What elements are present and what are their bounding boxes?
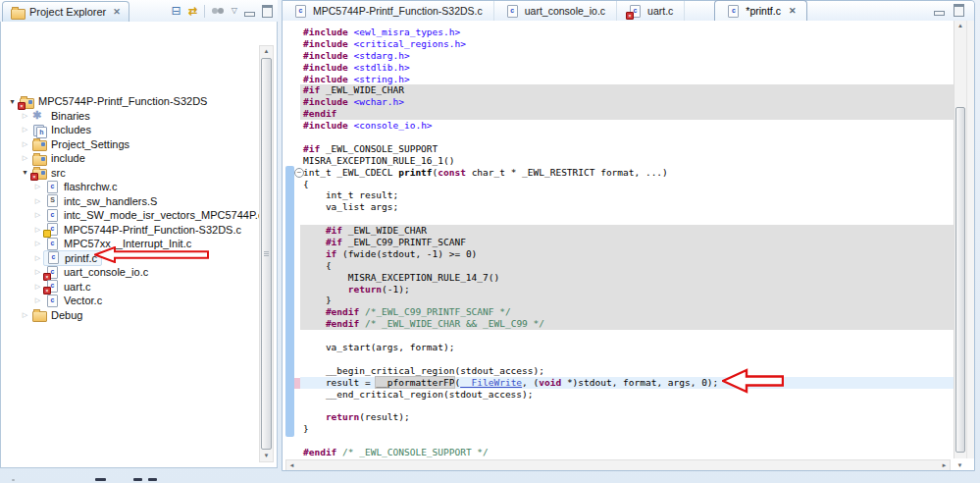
code-line: #endif /* _EWL_CONSOLE_SUPPORT */ [300,447,954,458]
code-line: int_t _EWL_CDECL printf(const char_t * _… [300,167,954,179]
tree-item-Project_Settings[interactable]: ▷Project_Settings [1,137,261,152]
editor-window-buttons [934,4,974,21]
expand-arrow-icon[interactable]: ▷ [20,126,30,134]
maximize-icon[interactable] [262,5,273,18]
tree-item-content: ×src [30,166,70,180]
editor-horizontal-scrollbar[interactable]: ◄ ► [285,459,951,470]
minimize-icon[interactable] [934,11,945,16]
tree-item-printf.c[interactable]: ▷cprintf.c [1,251,261,266]
c-file-icon: c [45,209,60,222]
collapse-arrow-icon[interactable]: ▾ [7,97,18,106]
code-line: va_start(args, format); [300,342,954,353]
code-line [300,435,954,447]
scroll-up-icon[interactable]: ▲ [260,46,273,57]
tab-uart_console_io.c[interactable]: cuart_console_io.c [494,1,617,21]
minimize-icon[interactable] [244,12,255,17]
overview-ruler[interactable] [966,21,974,458]
expand-arrow-icon[interactable]: ▷ [32,226,43,234]
code-line: __end_critical_region(stdout_access); [300,389,954,401]
tree-item-MPC5744P-Printf_Function-S32DS.c[interactable]: ▷cMPC5744P-Printf_Function-S32DS.c [1,223,261,238]
code-editor[interactable]: − #include <ewl_misra_types.h>#include <… [283,21,974,470]
tree-item-src[interactable]: ▾×src [1,166,261,181]
code-line [300,213,954,225]
focus-on-active-task-icon[interactable] [212,6,225,16]
tab-project-explorer[interactable]: Project Explorer ✕ [2,1,129,22]
folder-dec-icon [32,152,47,165]
expand-arrow-icon[interactable]: ▷ [32,197,43,205]
editor-panel: cMPC5744P-Printf_Function-S32DS.ccuart_c… [282,0,975,471]
scrollbar-thumb[interactable] [955,107,965,453]
code-line: #include <critical_regions.h> [300,38,954,50]
tree-item-Debug[interactable]: ▷Debug [1,308,261,323]
editor-tab-bar: cMPC5744P-Printf_Function-S32DS.ccuart_c… [283,1,974,22]
expand-arrow-icon[interactable]: ▷ [32,254,43,262]
link-with-editor-icon[interactable]: ⇄ [188,4,197,18]
scroll-left-icon[interactable]: ◄ [286,460,297,470]
occurrence-highlight: __pformatterFP [376,377,454,388]
code-line: { [300,260,954,272]
project-explorer-header: Project Explorer ✕ ⊟⇄▽ [0,0,278,23]
code-line: #if _EWL_WIDE_CHAR [300,225,954,237]
tree-item-label: flashrchw.c [64,181,117,192]
tree-item-label: printf.c [65,252,97,264]
tree-item-label: src [51,167,66,179]
expand-arrow-icon[interactable]: ▷ [32,296,43,304]
collapse-arrow-icon[interactable]: ▾ [20,168,30,177]
tab-MPC5744P-Printf_Function-S32DS.c[interactable]: cMPC5744P-Printf_Function-S32DS.c [283,1,494,21]
expand-arrow-icon[interactable]: ▷ [32,268,43,276]
tree-item-flashrchw.c[interactable]: ▷cflashrchw.c [1,180,261,194]
expand-arrow-icon[interactable]: ▷ [32,283,43,291]
code-line: #if _EWL_WIDE_CHAR [300,84,954,96]
maximize-icon[interactable] [954,4,964,17]
tree-item-content: Project_Settings [30,137,133,151]
project-explorer-tree-area[interactable]: ▾×MPC5744P-Printf_Function-S32DS▷✱Binari… [0,22,278,468]
scroll-right-icon[interactable]: ► [939,460,950,470]
expand-arrow-icon[interactable]: ▷ [20,112,30,120]
tree-item-include[interactable]: ▷include [1,151,261,166]
tree-item-Binaries[interactable]: ▷✱Binaries [1,109,261,124]
code-line: #endif [300,108,954,120]
code-line: { [300,179,954,190]
expand-arrow-icon[interactable]: ▷ [32,211,43,219]
view-menu-icon[interactable]: ▽ [232,4,237,18]
scroll-down-icon[interactable]: ▼ [954,459,966,470]
project-explorer-scrollbar[interactable]: ▲ ▼ [259,45,274,462]
tree-item-label: Vector.c [64,295,102,306]
expand-arrow-icon[interactable]: ▷ [20,140,30,148]
tab-printf.c[interactable]: c*printf.c✕ [714,0,807,21]
tree-item-intc_sw_handlers.S[interactable]: ▷Sintc_sw_handlers.S [1,194,261,209]
close-tab-icon[interactable]: ✕ [789,6,797,16]
expand-arrow-icon[interactable]: ▷ [32,240,43,247]
tab-label: uart.c [647,5,673,17]
project-folder-icon: × [20,95,34,108]
scroll-down-icon[interactable]: ▼ [260,451,273,461]
error-badge-icon: × [30,173,38,181]
tree-item-Includes[interactable]: ▷hIncludes [1,123,261,137]
code-line: return(-1); [300,284,954,295]
close-view-icon[interactable]: ✕ [113,7,121,17]
code-line: #include <stdarg.h> [300,50,954,62]
code-line: __begin_critical_region(stdout_access); [300,365,954,377]
c-file-icon: c [293,5,308,18]
error-badge-icon: × [18,102,26,110]
expand-arrow-icon[interactable]: ▷ [32,183,43,190]
tree-item-label: include [51,152,85,164]
collapse-all-icon[interactable]: ⊟ [172,4,181,18]
expand-arrow-icon[interactable]: ▷ [20,311,30,319]
project-explorer-toolbar: ⊟⇄▽ [172,3,273,19]
tree-item-uart.c[interactable]: ▷c×uart.c [1,280,261,295]
tree-item-MPC57xx__Interrupt_Init.c[interactable]: ▷cMPC57xx__Interrupt_Init.c [1,237,261,251]
tree-item-Vector.c[interactable]: ▷cVector.c [1,294,261,308]
c-file-icon: c [45,181,60,193]
tree-item-MPC5744P-Printf_Function-S32DS[interactable]: ▾×MPC5744P-Printf_Function-S32DS [1,94,261,109]
tree-item-content: cVector.c [43,294,106,307]
c-file-icon: c× [45,266,60,279]
tree-item-intc_SW_mode_isr_vectors_MPC5744P.c[interactable]: ▷cintc_SW_mode_isr_vectors_MPC5744P.c [1,208,261,223]
editor-vertical-scrollbar[interactable]: ▲ [954,21,966,458]
tab-uart.c[interactable]: c×uart.c [617,1,685,21]
expand-arrow-icon[interactable]: ▷ [20,154,30,162]
scroll-up-icon[interactable]: ▲ [954,21,966,31]
tree-item-uart_console_io.c[interactable]: ▷c×uart_console_io.c [1,265,261,280]
code-line: #include <ewl_misra_types.h> [300,27,954,38]
scrollbar-thumb[interactable] [261,58,272,450]
